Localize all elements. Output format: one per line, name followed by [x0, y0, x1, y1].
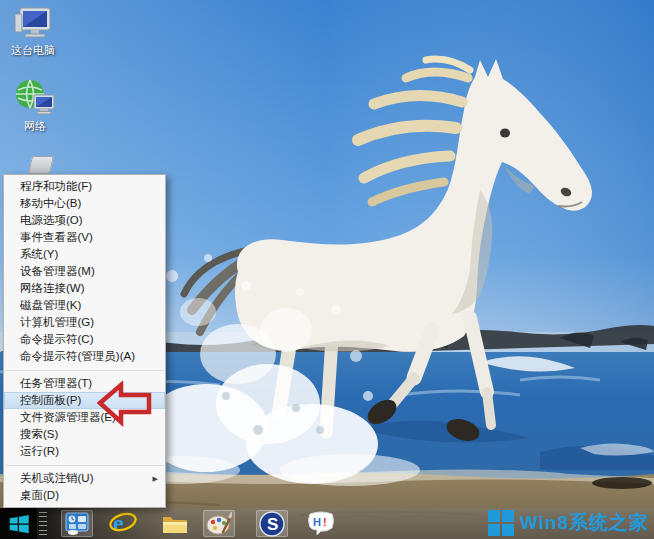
svg-text:H: H: [313, 516, 321, 528]
menu-item-power-options[interactable]: 电源选项(O): [4, 212, 165, 229]
palette-icon: [206, 512, 232, 536]
taskbar-item-sogou[interactable]: S: [256, 510, 288, 537]
menu-item-run[interactable]: 运行(R): [4, 443, 165, 460]
start-button[interactable]: [0, 508, 37, 539]
winx-menu: 程序和功能(F) 移动中心(B) 电源选项(O) 事件查看器(V) 系统(Y) …: [3, 174, 166, 508]
menu-item-network-connections[interactable]: 网络连接(W): [4, 280, 165, 297]
menu-item-disk-management[interactable]: 磁盘管理(K): [4, 297, 165, 314]
menu-item-command-prompt[interactable]: 命令提示符(C): [4, 331, 165, 348]
annotation-arrow-icon: [97, 381, 153, 427]
taskbar-item-file-explorer[interactable]: [159, 510, 191, 537]
desktop: 这台电脑 网络 程序和功能(F) 移动中心(B) 电源选项(O) 事件查看器(V…: [0, 0, 654, 539]
menu-item-device-manager[interactable]: 设备管理器(M): [4, 263, 165, 280]
gadgets-icon: [65, 512, 89, 535]
menu-item-command-prompt-admin[interactable]: 命令提示符(管理员)(A): [4, 348, 165, 365]
svg-text:!: !: [323, 516, 327, 528]
taskbar-item-hi-messenger[interactable]: H !: [305, 510, 337, 537]
menu-item-label: 关机或注销(U): [20, 472, 93, 484]
desktop-icon-label: 这台电脑: [4, 44, 62, 56]
menu-item-search[interactable]: 搜索(S): [4, 426, 165, 443]
menu-separator: [5, 370, 164, 371]
partially-hidden-desktop-icon: [28, 156, 54, 174]
folder-icon: [162, 513, 188, 535]
menu-separator: [5, 465, 164, 466]
computer-icon: [13, 6, 53, 42]
menu-item-programs-features[interactable]: 程序和功能(F): [4, 178, 165, 195]
desktop-icon-network[interactable]: 网络: [6, 78, 64, 132]
taskbar-grip: [39, 512, 47, 535]
svg-text:S: S: [267, 515, 278, 534]
taskbar-item-paint[interactable]: [203, 510, 235, 537]
menu-item-mobility-center[interactable]: 移动中心(B): [4, 195, 165, 212]
sogou-icon: S: [259, 511, 285, 537]
menu-item-desktop[interactable]: 桌面(D): [4, 487, 165, 504]
menu-item-shutdown-signout[interactable]: 关机或注销(U) ▶: [4, 470, 165, 487]
menu-item-system[interactable]: 系统(Y): [4, 246, 165, 263]
taskbar-item-internet-explorer[interactable]: e: [107, 510, 139, 537]
menu-item-event-viewer[interactable]: 事件查看器(V): [4, 229, 165, 246]
desktop-icon-label: 网络: [6, 120, 64, 132]
desktop-icon-this-pc[interactable]: 这台电脑: [4, 6, 62, 56]
submenu-arrow-icon: ▶: [153, 470, 158, 487]
taskbar: e S: [0, 508, 654, 539]
network-icon: [14, 78, 56, 118]
windows-logo-icon: [8, 513, 30, 535]
hi-chat-icon: H !: [307, 511, 335, 537]
ie-icon: e: [109, 510, 137, 537]
taskbar-item-gadgets[interactable]: [61, 510, 93, 537]
menu-item-computer-management[interactable]: 计算机管理(G): [4, 314, 165, 331]
